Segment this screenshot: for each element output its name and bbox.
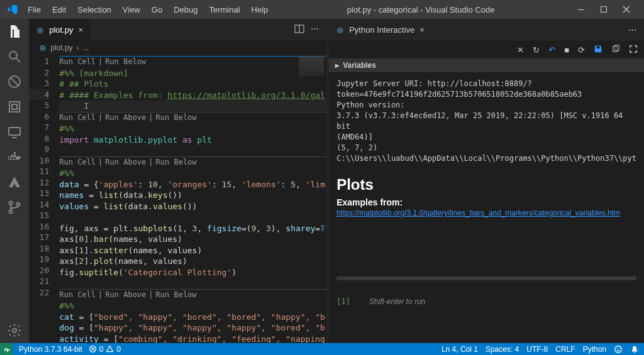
status-encoding[interactable]: UTF-8 — [526, 345, 548, 354]
minimap[interactable] — [299, 56, 324, 76]
menu-debug[interactable]: Debug — [169, 3, 203, 17]
interactive-toolbar: ✕ ↻ ↶ ■ ⟳ — [329, 41, 644, 58]
code-editor[interactable]: Run Cell|Run Below#%% [markdown]# ## Plo… — [59, 55, 326, 343]
codelens-run-below[interactable]: Run Below — [156, 158, 197, 167]
svg-point-18 — [619, 347, 619, 348]
docker-icon[interactable] — [7, 150, 22, 165]
codelens-run-above[interactable]: Run Above — [105, 290, 146, 299]
vscode-logo-icon — [5, 2, 20, 17]
tab-close-icon[interactable]: × — [419, 25, 425, 35]
status-problems[interactable]: 0 0 — [89, 345, 121, 354]
status-python-version[interactable]: Python 3.7.3 64-bit — [19, 345, 82, 354]
more-actions-icon[interactable]: ⋯ — [311, 24, 319, 36]
variables-section-header[interactable]: ▸ Variables — [329, 58, 644, 72]
interactive-output[interactable]: Jupyter Server URI: http://localhost:888… — [329, 72, 644, 343]
svg-point-3 — [9, 76, 20, 87]
cancel-icon[interactable]: ✕ — [517, 45, 524, 55]
codelens-run-below[interactable]: Run Below — [105, 57, 146, 66]
codelens-run-below[interactable]: Run Below — [156, 113, 197, 122]
svg-rect-0 — [578, 9, 584, 10]
output-link[interactable]: https://matplotlib.org/3.1.0/gallery/lin… — [336, 209, 620, 217]
python-file-icon: ⊕ — [36, 25, 44, 35]
source-control-icon[interactable] — [7, 74, 22, 89]
menu-view[interactable]: View — [118, 3, 145, 17]
codelens-run-below[interactable]: Run Below — [156, 290, 197, 299]
settings-gear-icon[interactable] — [7, 323, 22, 338]
search-icon[interactable] — [7, 49, 22, 64]
variables-label: Variables — [343, 61, 376, 70]
codelens-run-cell[interactable]: Run Cell — [59, 290, 96, 299]
status-language[interactable]: Python — [583, 345, 606, 354]
menu-selection[interactable]: Selection — [72, 3, 116, 17]
breadcrumb-tail: ... — [83, 43, 89, 52]
menu-go[interactable]: Go — [147, 3, 167, 17]
breadcrumb[interactable]: ⊕ plot.py › ... — [29, 41, 326, 55]
output-heading: Plots — [336, 179, 636, 190]
svg-rect-14 — [614, 45, 619, 50]
tab-label: plot.py — [49, 25, 73, 35]
codelens-run-above[interactable]: Run Above — [105, 158, 146, 167]
menu-terminal[interactable]: Terminal — [204, 3, 245, 17]
status-eol[interactable]: CRLF — [555, 345, 575, 354]
svg-rect-13 — [613, 46, 618, 52]
expand-icon[interactable] — [629, 45, 638, 55]
svg-rect-5 — [12, 104, 17, 109]
minimize-icon[interactable] — [574, 2, 589, 17]
svg-rect-6 — [9, 128, 20, 135]
status-cursor-position[interactable]: Ln 4, Col 1 — [441, 345, 478, 354]
interactive-tab-label: Python Interactive — [349, 25, 414, 35]
svg-point-9 — [17, 203, 20, 206]
codelens-run-cell[interactable]: Run Cell — [59, 57, 96, 66]
svg-point-17 — [617, 347, 618, 348]
python-icon: ⊕ — [336, 25, 344, 35]
codelens-run-above[interactable]: Run Above — [105, 113, 146, 122]
output-subheading: Examples from: — [336, 197, 636, 208]
git-branch-icon[interactable] — [7, 200, 22, 215]
menu-help[interactable]: Help — [247, 3, 274, 17]
close-icon[interactable] — [619, 2, 634, 17]
run-hint: Shift-enter to run — [369, 297, 425, 307]
breadcrumb-file: plot.py — [50, 43, 72, 52]
menu-edit[interactable]: Edit — [47, 3, 71, 17]
remote-icon[interactable] — [7, 124, 22, 139]
maximize-icon[interactable] — [596, 2, 611, 17]
menu-file[interactable]: File — [23, 3, 46, 17]
editor-tab[interactable]: ⊕ plot.py × — [29, 19, 91, 41]
svg-point-2 — [9, 52, 17, 59]
debug-icon[interactable] — [7, 99, 22, 114]
svg-rect-1 — [601, 7, 607, 13]
svg-point-15 — [89, 346, 96, 352]
codelens-run-cell[interactable]: Run Cell — [59, 158, 96, 167]
notifications-icon[interactable] — [630, 345, 639, 354]
window-title: plot.py - categorical - Visual Studio Co… — [275, 5, 566, 14]
svg-point-16 — [615, 346, 622, 352]
restart-icon[interactable]: ⟳ — [578, 45, 585, 55]
undo-icon[interactable]: ↶ — [548, 45, 555, 55]
redo-icon[interactable]: ↻ — [533, 45, 540, 55]
interactive-tab[interactable]: ⊕ Python Interactive × — [329, 19, 432, 41]
status-indentation[interactable]: Spaces: 4 — [486, 345, 519, 354]
remote-status-icon[interactable] — [0, 343, 13, 355]
status-bar: Python 3.7.3 64-bit 0 0 Ln 4, Col 1 Spac… — [0, 343, 644, 355]
svg-point-10 — [13, 329, 16, 332]
horizontal-scrollbar[interactable] — [336, 276, 636, 280]
svg-rect-4 — [9, 102, 19, 112]
tab-close-icon[interactable]: × — [79, 25, 84, 35]
azure-icon[interactable] — [7, 175, 22, 190]
copy-icon[interactable] — [611, 45, 620, 55]
chevron-right-icon: ▸ — [335, 61, 339, 70]
svg-point-7 — [9, 202, 13, 205]
more-actions-icon[interactable]: ⋯ — [628, 25, 636, 35]
stop-icon[interactable]: ■ — [564, 45, 569, 55]
chevron-right-icon: › — [77, 43, 79, 52]
feedback-icon[interactable] — [614, 345, 623, 354]
codelens-run-cell[interactable]: Run Cell — [59, 113, 96, 122]
save-icon[interactable] — [594, 45, 602, 55]
activity-bar — [0, 19, 29, 343]
cell-number: [1] — [336, 297, 350, 307]
svg-point-8 — [9, 210, 13, 214]
svg-rect-11 — [295, 25, 304, 33]
line-gutter: 1 2 3 4 5 6 7 8 9 10 11 12 13 14 15 16 1… — [29, 55, 59, 343]
split-editor-icon[interactable] — [294, 24, 304, 36]
explorer-icon[interactable] — [7, 24, 22, 39]
